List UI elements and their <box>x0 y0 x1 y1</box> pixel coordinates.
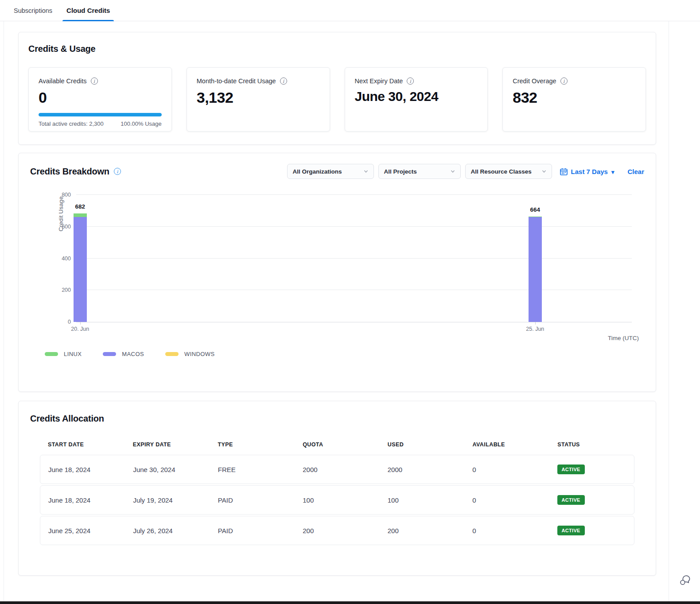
table-cell: ACTIVE <box>549 495 634 505</box>
table-cell: 100 <box>295 496 379 504</box>
tab-cloud-credits-label: Cloud Credits <box>66 7 110 14</box>
usage-percent-text: 100.00% Usage <box>121 120 162 127</box>
tab-bar: Subscriptions Cloud Credits <box>0 0 700 21</box>
bar-total-label: 682 <box>75 203 86 210</box>
clear-filters-button[interactable]: Clear <box>627 168 644 175</box>
x-axis-tick-label: 20. Jun <box>71 326 89 332</box>
table-cell: 100 <box>380 496 464 504</box>
date-range-picker[interactable]: Last 7 Days <box>560 168 614 175</box>
bottom-bar <box>0 601 700 604</box>
legend-label: WINDOWS <box>184 351 215 357</box>
next-expiry-value: June 30, 2024 <box>355 89 478 104</box>
available-credits-value: 0 <box>39 89 162 106</box>
x-axis-title: Time (UTC) <box>608 335 639 341</box>
x-axis-tick <box>535 322 536 325</box>
status-badge: ACTIVE <box>557 526 585 535</box>
mtd-usage-value: 3,132 <box>197 89 320 106</box>
main-content: Credits & Usage Available Credits 0 Tota… <box>4 21 669 604</box>
info-icon[interactable] <box>280 77 287 85</box>
legend-swatch <box>165 352 179 356</box>
bar-segment-macos <box>74 217 87 322</box>
tab-subscriptions[interactable]: Subscriptions <box>10 0 56 21</box>
credits-breakdown-section: Credits Breakdown All Organizations All … <box>18 153 656 392</box>
tab-cloud-credits[interactable]: Cloud Credits <box>62 0 114 21</box>
chart-bar[interactable] <box>74 213 87 322</box>
column-header-start-date: START DATE <box>40 441 125 448</box>
chevron-down-icon <box>542 169 546 174</box>
table-cell: July 26, 2024 <box>125 527 210 534</box>
y-axis-tick-label: 800 <box>62 192 71 198</box>
table-cell: PAID <box>210 527 295 534</box>
credits-usage-section: Credits & Usage Available Credits 0 Tota… <box>18 32 656 145</box>
x-axis-tick <box>80 322 81 325</box>
page: Subscriptions Cloud Credits Credits & Us… <box>0 0 700 604</box>
resource-classes-select-value: All Resource Classes <box>471 168 532 175</box>
total-active-credits-text: Total active credits: 2,300 <box>39 120 104 127</box>
legend-item-linux[interactable]: LINUX <box>45 351 82 357</box>
chevron-down-icon <box>451 169 455 174</box>
table-cell: PAID <box>210 496 295 504</box>
status-badge: ACTIVE <box>557 495 585 505</box>
stats-grid: Available Credits 0 Total active credits… <box>28 67 646 132</box>
info-icon[interactable] <box>407 77 414 85</box>
bar-total-label: 664 <box>530 206 541 213</box>
column-header-used: USED <box>380 441 465 448</box>
breakdown-filters: All Organizations All Projects All Resou… <box>283 164 644 179</box>
chart-plot-area: 020040060080068220. Jun66425. Jun <box>76 195 632 322</box>
credit-overage-value: 832 <box>513 89 636 106</box>
credits-breakdown-title: Credits Breakdown <box>30 166 109 177</box>
info-icon[interactable] <box>91 77 98 85</box>
table-cell: 0 <box>464 466 549 473</box>
credit-overage-card: Credit Overage 832 <box>502 67 646 132</box>
date-range-value: Last 7 Days <box>571 168 608 175</box>
chart-gridline <box>76 290 632 290</box>
table-body: June 18, 2024June 30, 2024FREE200020000A… <box>40 455 634 545</box>
chat-bubbles-icon <box>679 574 691 586</box>
tab-subscriptions-label: Subscriptions <box>14 7 52 14</box>
table-cell: FREE <box>210 466 295 473</box>
column-header-status: STATUS <box>549 441 634 448</box>
mtd-usage-card: Month-to-date Credit Usage 3,132 <box>187 67 330 132</box>
info-icon[interactable] <box>114 168 121 175</box>
legend-swatch <box>45 352 58 356</box>
projects-select[interactable]: All Projects <box>378 164 461 179</box>
credits-usage-title: Credits & Usage <box>28 44 646 54</box>
info-icon[interactable] <box>560 77 568 85</box>
legend-swatch <box>103 352 116 356</box>
table-row: June 18, 2024July 19, 2024PAID1001000ACT… <box>40 485 634 515</box>
caret-down-icon <box>611 168 614 175</box>
x-axis-tick-label: 25. Jun <box>526 326 544 332</box>
table-cell: June 30, 2024 <box>125 466 210 473</box>
table-row: June 18, 2024June 30, 2024FREE200020000A… <box>40 455 634 484</box>
column-header-available: AVAILABLE <box>465 441 550 448</box>
calendar-icon <box>560 168 568 175</box>
chart-bar[interactable] <box>529 217 542 322</box>
credits-progress-fill <box>39 113 162 116</box>
available-credits-label: Available Credits <box>39 77 87 85</box>
next-expiry-card: Next Expiry Date June 30, 2024 <box>345 67 488 132</box>
table-cell: June 25, 2024 <box>40 527 125 534</box>
legend-label: MACOS <box>122 351 144 357</box>
table-cell: 200 <box>380 527 464 534</box>
chart-gridline <box>76 258 632 259</box>
column-header-quota: QUOTA <box>295 441 380 448</box>
table-cell: June 18, 2024 <box>40 466 125 473</box>
organizations-select[interactable]: All Organizations <box>287 164 374 179</box>
table-cell: 0 <box>464 527 549 534</box>
bar-segment-macos <box>529 217 542 322</box>
credits-progress-bar <box>39 113 162 116</box>
table-cell: ACTIVE <box>549 465 634 474</box>
column-header-type: TYPE <box>210 441 295 448</box>
chevron-down-icon <box>364 169 368 174</box>
resource-classes-select[interactable]: All Resource Classes <box>465 164 552 179</box>
column-header-expiry-date: EXPIRY DATE <box>125 441 210 448</box>
legend-item-windows[interactable]: WINDOWS <box>165 351 215 357</box>
table-cell: 2000 <box>295 466 379 473</box>
next-expiry-label: Next Expiry Date <box>355 77 403 85</box>
legend-item-macos[interactable]: MACOS <box>103 351 144 357</box>
table-row: June 25, 2024July 26, 2024PAID2002000ACT… <box>40 516 634 545</box>
y-axis-tick-label: 400 <box>62 256 71 262</box>
chat-feedback-button[interactable] <box>679 574 691 586</box>
projects-select-value: All Projects <box>384 168 417 175</box>
organizations-select-value: All Organizations <box>293 168 342 175</box>
